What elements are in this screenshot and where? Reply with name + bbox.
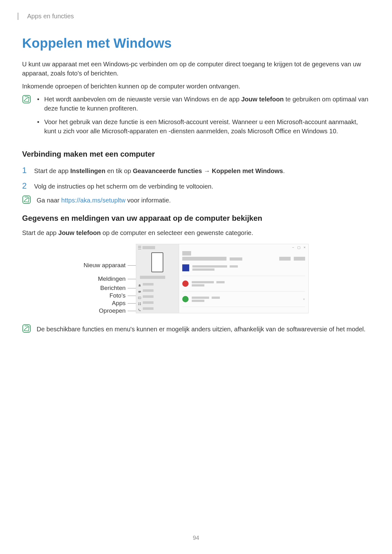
note-block-2: Ga naar https://aka.ms/setupltw voor inf…	[22, 195, 370, 205]
step2-text: Volg de instructies op het scherm om de …	[34, 182, 213, 191]
figure-label-apps: Apps	[112, 300, 125, 307]
dismiss-icon: ×	[303, 297, 305, 301]
figure-labels: Nieuw apparaat Meldingen Berichten Foto'…	[83, 244, 136, 315]
intro-paragraph-1: U kunt uw apparaat met een Windows-pc ve…	[22, 60, 370, 78]
step1-arrow: →	[202, 167, 212, 174]
note-icon	[22, 324, 31, 333]
photo-icon	[138, 295, 141, 298]
note-block-1: • Het wordt aanbevolen om de nieuwste ve…	[22, 95, 370, 140]
note2-post: voor informatie.	[125, 197, 171, 204]
figure-label-new-device: Nieuw apparaat	[83, 262, 125, 269]
figure-label-messages: Berichten	[100, 285, 125, 292]
note1-b1-a: Het wordt aanbevolen om de nieuwste vers…	[44, 96, 241, 103]
app-sidebar	[136, 244, 179, 313]
svg-point-4	[139, 298, 140, 298]
chat-icon	[138, 289, 141, 292]
sub2-body-c: op de computer en selecteer een gewenste…	[101, 229, 253, 236]
sub2-body-a: Start de app	[22, 229, 58, 236]
note2-link[interactable]: https://aka.ms/setupltw	[61, 197, 125, 204]
sub2-body-bold: Jouw telefoon	[58, 229, 101, 236]
breadcrumb: Apps en functies	[27, 13, 74, 20]
page-number: 94	[0, 535, 392, 541]
note1-bullet-2: • Voor het gebruik van deze functie is e…	[37, 117, 370, 136]
note-icon	[22, 95, 31, 104]
avatar-red	[182, 280, 189, 287]
subheading-2: Gegevens en meldingen van uw apparaat op…	[22, 214, 370, 223]
svg-rect-7	[138, 304, 139, 305]
phone-icon	[151, 252, 163, 272]
svg-rect-2	[138, 291, 141, 292]
menu-icon	[138, 246, 141, 249]
figure-area: Nieuw apparaat Meldingen Berichten Foto'…	[22, 244, 370, 315]
page-title: Koppelen met Windows	[22, 36, 370, 51]
note-block-3: De beschikbare functies en menu's kunnen…	[22, 324, 370, 334]
step-1: 1 Start de app Instellingen en tik op Ge…	[22, 164, 370, 177]
note1-b1-bold: Jouw telefoon	[241, 96, 284, 103]
figure-label-notifications: Meldingen	[98, 275, 126, 282]
step-2: 2 Volg de instructies op het scherm om d…	[22, 180, 370, 192]
phone-call-icon	[138, 307, 141, 310]
avatar-green	[182, 296, 189, 302]
header-bar: Apps en functies	[18, 13, 370, 20]
note-icon	[22, 195, 31, 204]
maximize-icon: ▢	[297, 245, 300, 250]
bell-icon	[138, 283, 141, 286]
minimize-icon: −	[292, 245, 294, 250]
svg-rect-6	[140, 303, 141, 304]
step-number-1: 1	[22, 164, 29, 177]
grid-icon	[138, 301, 141, 304]
figure-label-photos: Foto's	[109, 292, 125, 299]
app-main: −▢×	[179, 244, 308, 313]
step-number-2: 2	[22, 180, 29, 192]
window-controls: −▢×	[292, 245, 306, 250]
sub2-body: Start de app Jouw telefoon op de compute…	[22, 228, 370, 238]
svg-rect-5	[138, 303, 139, 304]
subheading-1: Verbinding maken met een computer	[22, 150, 370, 159]
note1-bullet-1: • Het wordt aanbevolen om de nieuwste ve…	[37, 95, 370, 113]
note1-b2: Voor het gebruik van deze functie is een…	[44, 117, 370, 136]
app-tile-blue	[182, 264, 189, 271]
step1-bold-1: Instellingen	[70, 167, 106, 174]
figure-label-calls: Oproepen	[99, 307, 126, 314]
intro-paragraph-2: Inkomende oproepen of berichten kunnen o…	[22, 82, 370, 91]
note2-pre: Ga naar	[37, 197, 61, 204]
step1-text-c: en tik op	[106, 167, 133, 174]
step1-bold-2: Geavanceerde functies	[133, 167, 202, 174]
step1-text-a: Start de app	[34, 167, 70, 174]
step1-bold-3: Koppelen met Windows	[212, 167, 283, 174]
step1-text-d: .	[283, 167, 285, 174]
svg-rect-8	[140, 304, 141, 305]
note3-text: De beschikbare functies en menu's kunnen…	[37, 325, 365, 334]
close-icon: ×	[304, 245, 305, 250]
app-window-mock: −▢×	[136, 244, 309, 313]
